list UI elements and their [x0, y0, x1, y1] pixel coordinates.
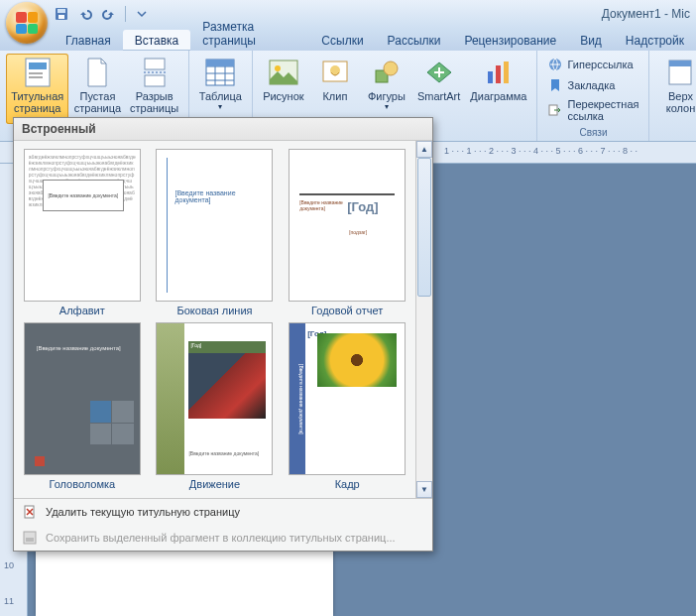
thumb-placeholder: [Введите название документа]: [37, 345, 121, 351]
tab-mailings[interactable]: Рассылки: [376, 30, 453, 51]
bookmark-button[interactable]: Закладка: [543, 76, 642, 94]
gallery-item-label: Алфавит: [59, 305, 105, 316]
gallery-thumb: [Введите название документа]: [24, 322, 141, 475]
chart-label: Диаграмма: [470, 90, 526, 102]
chevron-down-icon: ▾: [218, 102, 222, 111]
shapes-icon: [371, 57, 403, 88]
blank-page-icon: [81, 57, 113, 88]
svg-rect-5: [29, 72, 43, 74]
vruler-mark: 10: [4, 560, 14, 570]
tab-page-layout[interactable]: Разметка страницы: [190, 16, 309, 51]
svg-rect-18: [496, 65, 501, 83]
svg-rect-19: [504, 62, 509, 83]
gallery-thumb: [Год] [Введите название документа]: [156, 322, 273, 475]
page-break-button[interactable]: Разрыв страницы: [127, 54, 182, 115]
group-links: Гиперссылка Закладка Перекрестная ссылка…: [537, 51, 649, 141]
remove-cover-page-button[interactable]: Удалить текущую титульную страницу: [14, 499, 432, 525]
ribbon-tabstrip: Главная Вставка Разметка страницы Ссылки…: [0, 28, 696, 51]
gallery-item-motion[interactable]: [Год] [Введите название документа] Движе…: [153, 322, 278, 490]
remove-cover-page-label: Удалить текущую титульную страницу: [46, 506, 240, 518]
scroll-down-button[interactable]: ▼: [416, 481, 432, 498]
gallery-item-alphabet[interactable]: абвгдеёжзиклмнопрстуфхцчшщъыьэюяабвгдеёж…: [20, 149, 145, 316]
crossref-label: Перекрестная ссылка: [567, 98, 638, 122]
tab-addins[interactable]: Надстройк: [614, 30, 696, 51]
cover-page-button[interactable]: Титульная страница ▾: [6, 54, 68, 124]
quick-access-toolbar: [54, 6, 150, 22]
ruler-marks: 1 · · · 1 · · · 2 · · · 3 · · · 4 · · · …: [444, 146, 638, 156]
shapes-label: Фигуры: [368, 90, 406, 102]
hyperlink-button[interactable]: Гиперссылка: [543, 56, 642, 73]
gallery-item-label: Кадр: [335, 478, 360, 490]
save-icon[interactable]: [54, 6, 69, 22]
office-logo-icon: [16, 12, 38, 34]
save-selection-button: Сохранить выделенный фрагмент в коллекци…: [14, 525, 432, 551]
office-button[interactable]: [6, 2, 48, 44]
smartart-button[interactable]: SmartArt: [413, 54, 464, 103]
gallery-item-annual[interactable]: [Введите название документа] [Год] [подз…: [285, 149, 409, 316]
thumb-placeholder: [Введите название документа]: [43, 180, 124, 211]
gallery-scrollbar[interactable]: ▲ ▼: [415, 141, 432, 498]
table-button[interactable]: Таблица ▾: [195, 54, 246, 112]
chart-button[interactable]: Диаграмма: [466, 54, 530, 103]
crossref-button[interactable]: Перекрестная ссылка: [543, 97, 642, 123]
header-button-partial[interactable]: Верх колон: [655, 54, 696, 115]
scroll-up-button[interactable]: ▲: [416, 141, 432, 158]
thumb-placeholder: [Введите название документа]: [188, 450, 259, 456]
smartart-icon: [423, 57, 455, 88]
svg-rect-8: [145, 75, 165, 86]
svg-rect-17: [488, 71, 493, 83]
gallery-item-label: Движение: [189, 478, 240, 490]
gallery-item-label: Головоломка: [49, 478, 115, 490]
tab-references[interactable]: Ссылки: [309, 30, 375, 51]
gallery-item-puzzle[interactable]: [Введите название документа] Головоломка: [20, 322, 145, 490]
cover-page-label: Титульная страница: [10, 90, 64, 114]
picture-icon: [268, 57, 299, 88]
thumb-placeholder: [Введите название документа]: [290, 323, 305, 474]
group-header-partial: Верх колон: [649, 51, 696, 141]
page-break-icon: [139, 57, 171, 88]
redo-icon[interactable]: [101, 6, 117, 22]
gallery-thumb: абвгдеёжзиклмнопрстуфхцчшщъыьэюяабвгдеёж…: [24, 149, 141, 302]
svg-point-12: [275, 65, 281, 71]
smartart-label: SmartArt: [417, 90, 460, 102]
scroll-thumb[interactable]: [417, 158, 431, 297]
clip-icon: [319, 57, 351, 88]
thumb-year: [Год]: [347, 199, 378, 214]
svg-rect-2: [58, 15, 64, 19]
gallery-item-label: Годовой отчет: [311, 305, 383, 316]
thumb-placeholder: [Введите название документа]: [299, 199, 347, 214]
chevron-down-icon: ▾: [385, 102, 389, 111]
svg-rect-7: [145, 59, 165, 69]
svg-point-16: [384, 62, 398, 75]
svg-rect-4: [29, 62, 47, 69]
picture-button[interactable]: Рисунок: [259, 54, 308, 103]
thumb-year: [Год]: [190, 342, 201, 348]
qat-customize-icon[interactable]: [134, 6, 150, 22]
gallery-thumb: [Введите название документа] [Год] [подз…: [289, 149, 406, 302]
picture-label: Рисунок: [263, 90, 304, 102]
tab-review[interactable]: Рецензирование: [452, 30, 568, 51]
cover-page-gallery: Встроенный абвгдеёжзиклмнопрстуфхцчшщъыь…: [13, 117, 433, 552]
blank-page-button[interactable]: Пустая страница: [70, 54, 124, 115]
gallery-item-sideline[interactable]: [Введите название документа] Боковая лин…: [153, 149, 278, 316]
group-links-label: Связи: [543, 127, 642, 140]
remove-icon: [22, 504, 38, 520]
svg-rect-10: [206, 60, 234, 66]
clip-button[interactable]: Клип: [310, 54, 360, 103]
table-icon: [204, 57, 236, 88]
tab-view[interactable]: Вид: [568, 30, 614, 51]
table-label: Таблица: [199, 90, 242, 102]
svg-rect-23: [669, 61, 691, 66]
header-label: Верх колон: [659, 90, 696, 114]
tab-home[interactable]: Главная: [54, 30, 123, 51]
cover-page-icon: [22, 57, 54, 88]
page-break-label: Разрыв страницы: [130, 90, 178, 114]
undo-icon[interactable]: [77, 6, 93, 22]
gallery-item-frame[interactable]: [Введите название документа] [Год] Кадр: [285, 322, 409, 490]
scroll-track[interactable]: [416, 158, 432, 481]
header-icon: [664, 57, 696, 88]
tab-insert[interactable]: Вставка: [123, 30, 191, 51]
gallery-footer: Удалить текущую титульную страницу Сохра…: [14, 498, 432, 551]
svg-rect-6: [29, 76, 43, 78]
shapes-button[interactable]: Фигуры ▾: [362, 54, 411, 112]
